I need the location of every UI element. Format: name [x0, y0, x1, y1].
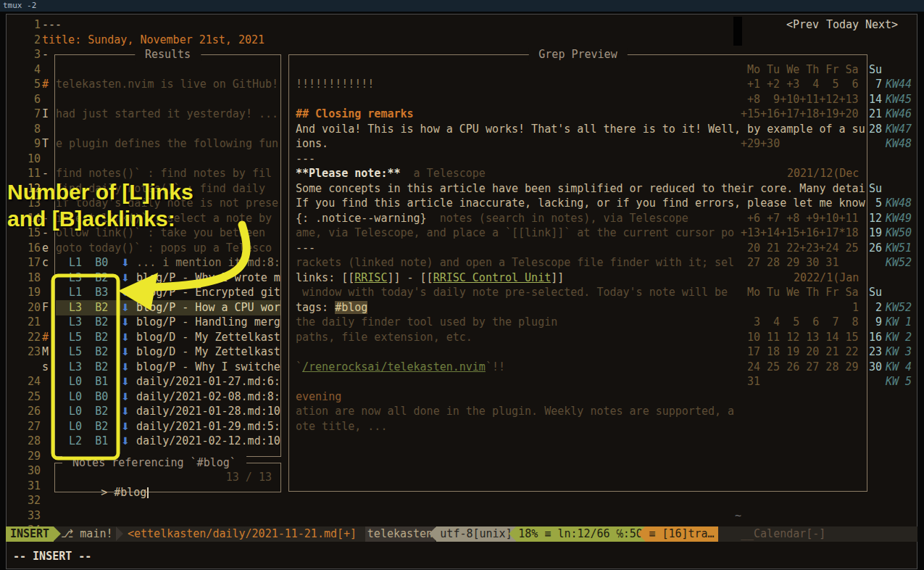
calendar-week-number: KW48 — [886, 136, 912, 152]
text-span: 10 — [28, 152, 41, 165]
results-row[interactable]: L5 B2 ⬇ blog/D - My Zettelkast — [56, 330, 280, 345]
text-span: KW47 — [886, 123, 912, 136]
calendar-sunday[interactable]: 14 — [869, 92, 882, 107]
text-span: 9 — [869, 315, 882, 329]
calendar-sunday[interactable]: 12 — [869, 211, 882, 226]
text-span: B2 — [95, 405, 108, 418]
results-row[interactable]: L5 B2 ⬇ blog/D - My Zettelkast — [56, 344, 280, 360]
text-span — [108, 286, 121, 299]
text-span — [82, 405, 95, 418]
calendar-sunday[interactable]: 9 — [869, 315, 882, 330]
calendar-sunday[interactable]: 16 — [869, 330, 882, 345]
line-number: 32 — [25, 493, 41, 508]
text-span — [130, 315, 136, 329]
calendar-sunday[interactable]: 5 — [869, 196, 882, 211]
text-span: B0 — [95, 256, 108, 269]
text-span — [82, 390, 95, 403]
text-span — [108, 345, 121, 358]
calendar-today-button[interactable]: Today — [826, 17, 859, 33]
calendar-sunday[interactable]: 2 — [869, 300, 882, 315]
text-span: 24 — [28, 375, 41, 388]
text-span: 9 — [34, 137, 41, 150]
text-span: 19 — [869, 226, 882, 239]
calendar-prev-button[interactable]: <Prev — [786, 17, 819, 33]
text-span: {: .notice--warning} — [296, 212, 427, 225]
text-span: B2 — [95, 331, 108, 344]
text-span — [56, 405, 69, 418]
text-span: s — [42, 360, 49, 373]
text-span — [56, 375, 69, 388]
text-span: KW 1 — [886, 315, 912, 329]
text-span — [130, 434, 136, 447]
line-number: 22 — [25, 330, 41, 345]
results-row[interactable]: L1 B3 ⬇ blog/P - Encrypted git — [56, 285, 280, 300]
results-row[interactable]: L0 B2 ⬇ daily/2021-01-29.md:5: — [56, 419, 280, 434]
text-span: 27 28 29 30 31 — [747, 256, 838, 269]
text-span: Su — [869, 286, 882, 299]
results-row[interactable]: L0 B1 ⬇ daily/2021-01-27.md:6: — [56, 374, 280, 389]
buffer-text: c — [42, 255, 49, 270]
calendar-sunday[interactable]: 7 — [869, 77, 882, 92]
preview-text: --- — [296, 152, 315, 167]
results-row[interactable]: L2 B1 ⬇ daily/2021-02-12.md:10 — [56, 434, 280, 449]
text-span: e — [42, 241, 49, 255]
results-row-selected[interactable]: L3 B2 ⬇ blog/P - How a CPU wor — [56, 300, 280, 315]
preview-text: ame, via Telescope, and place a `[[link]… — [296, 226, 734, 241]
calendar-next-button[interactable]: Next> — [865, 17, 898, 33]
calendar-sunday[interactable]: 30 — [869, 360, 882, 375]
calendar-sunday[interactable]: 21 — [869, 107, 882, 122]
text-cursor — [147, 487, 149, 498]
results-row[interactable]: L0 B0 ⬇ daily/2021-02-08.md:8: — [56, 389, 280, 405]
text-span — [56, 331, 69, 344]
text-span — [130, 360, 136, 373]
calendar-sunday[interactable]: 26 — [869, 241, 882, 256]
mode-indicator: INSERT — [6, 526, 54, 542]
text-span: 6 — [34, 93, 41, 106]
text-span — [56, 256, 69, 269]
calendar-sunday[interactable]: 28 — [869, 122, 882, 137]
line-number: 21 — [25, 315, 41, 330]
calendar-month-header: 2022/1(Jan — [794, 270, 859, 286]
text-span: **Please note:** — [296, 167, 401, 180]
text-span: L5 — [69, 345, 82, 358]
text-span: if today's daily note is not prese — [56, 197, 278, 210]
calendar-week: 20 21 22+23+24 25 — [747, 241, 859, 256]
text-span: 32 — [28, 494, 41, 507]
results-row[interactable]: L3 B2 ⬇ blog/P - Why I wrote m — [56, 270, 280, 286]
text-span — [82, 420, 95, 433]
line-number: 16 — [25, 241, 41, 256]
text-span — [130, 390, 136, 403]
down-arrow-icon: ⬇ — [121, 421, 130, 432]
powerline-separator — [638, 526, 645, 541]
down-arrow-icon: ⬇ — [121, 435, 130, 447]
text-span: KW51 — [886, 241, 912, 255]
text-span: daily/2021-01-27.md:6: — [136, 375, 280, 388]
text-span: M — [42, 345, 49, 358]
calendar-week-number: KW 2 — [886, 330, 912, 345]
prompt-input[interactable]: > #blog 13 / 13 — [62, 470, 275, 485]
text-span: L3 — [69, 271, 82, 284]
empty-line-tilde: ~ — [735, 508, 741, 524]
text-span: - — [42, 167, 49, 180]
text-span: 1 — [852, 301, 859, 314]
results-row[interactable]: L1 B0 ⬇ ... i mention it.md:8: — [56, 255, 280, 270]
text-span: - — [42, 226, 49, 239]
results-row[interactable]: L3 B2 ⬇ blog/P - Why I switche — [56, 360, 280, 375]
text-span — [108, 331, 121, 344]
calendar-week: +8 9+10+11+12+13 — [747, 92, 859, 107]
calendar-sunday[interactable]: 23 — [869, 344, 882, 360]
git-branch-indicator: ⎇ main! — [61, 526, 116, 542]
text-span: blog/P - Handling merg — [136, 315, 280, 329]
calendar-week: +13+14+15+16+17*18 — [741, 226, 859, 241]
text-span: KW45 — [886, 93, 912, 106]
text-span: blog/P - Encrypted git — [136, 286, 280, 299]
calendar-sunday[interactable]: 19 — [869, 226, 882, 241]
text-span: L0 — [69, 420, 82, 433]
text-span: KW52 — [886, 301, 912, 314]
preview-text: ote title, ... — [296, 419, 387, 434]
line-number: 19 — [25, 285, 41, 300]
results-row[interactable]: L0 B2 ⬇ daily/2021-01-28.md:10 — [56, 404, 280, 419]
text-span: daily/2021-02-12.md:10 — [136, 434, 280, 447]
results-row[interactable]: L3 B2 ⬇ blog/P - Handling merg — [56, 315, 280, 330]
text-span — [108, 375, 121, 388]
